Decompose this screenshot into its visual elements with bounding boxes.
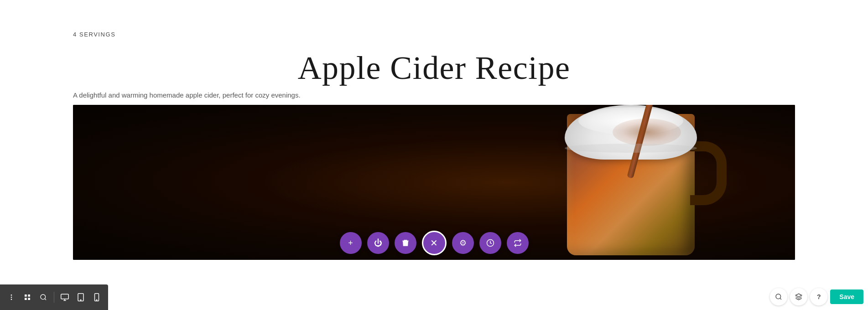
tablet-view-button[interactable] (74, 289, 87, 305)
svg-rect-7 (28, 298, 30, 300)
question-icon: ? (817, 293, 821, 300)
svg-point-17 (776, 294, 781, 299)
grid-icon (24, 294, 31, 301)
toolbar-separator (54, 292, 54, 303)
zoom-search-button[interactable] (770, 288, 787, 305)
bottom-toolbar (0, 284, 108, 310)
svg-line-18 (780, 298, 781, 300)
save-button[interactable]: Save (830, 289, 863, 304)
search-icon (40, 294, 47, 301)
layers-icon (795, 293, 802, 300)
swap-icon (514, 239, 522, 247)
recipe-description: A delightful and warming homemade apple … (73, 91, 301, 99)
main-content: 4 SERVINGS Apple Cider Recipe A delightf… (0, 0, 868, 310)
svg-rect-4 (25, 294, 27, 297)
plus-icon: + (348, 238, 353, 248)
hero-image: + ⏻ ✕ ⚙ (73, 105, 795, 260)
svg-rect-6 (25, 298, 27, 300)
tablet-icon (78, 293, 84, 301)
desktop-view-button[interactable] (58, 289, 71, 305)
svg-rect-10 (61, 294, 68, 299)
svg-rect-5 (28, 294, 30, 297)
page-title: Apple Cider Recipe (0, 49, 868, 87)
zoom-icon (775, 293, 782, 300)
svg-line-9 (45, 299, 46, 300)
close-button[interactable]: ✕ (422, 231, 447, 255)
svg-marker-19 (796, 294, 802, 297)
close-icon: ✕ (430, 238, 438, 248)
svg-point-16 (97, 300, 98, 300)
desktop-icon (61, 294, 69, 301)
more-options-button[interactable] (5, 289, 18, 305)
delete-button[interactable] (395, 232, 416, 254)
swap-button[interactable] (507, 232, 529, 254)
mobile-icon (94, 293, 99, 301)
search-button[interactable] (37, 289, 50, 305)
mobile-view-button[interactable] (90, 289, 104, 305)
grid-view-button[interactable] (21, 289, 34, 305)
help-button[interactable]: ? (810, 288, 827, 305)
svg-point-3 (10, 299, 12, 300)
glass-rim (565, 144, 697, 153)
timer-button[interactable] (479, 232, 501, 254)
power-icon: ⏻ (374, 238, 382, 248)
right-toolbar: ? Save (770, 288, 863, 305)
svg-point-2 (10, 297, 12, 298)
center-toolbar: + ⏻ ✕ ⚙ (340, 231, 529, 260)
svg-point-14 (80, 300, 81, 300)
settings-button[interactable]: ⚙ (452, 232, 474, 254)
svg-point-8 (41, 294, 46, 300)
servings-label: 4 SERVINGS (73, 31, 115, 38)
add-button[interactable]: + (340, 232, 362, 254)
dots-vertical-icon (8, 294, 15, 301)
trash-icon (401, 239, 410, 247)
power-button[interactable]: ⏻ (367, 232, 389, 254)
layers-button[interactable] (790, 288, 807, 305)
gear-icon: ⚙ (459, 238, 467, 248)
svg-point-1 (10, 294, 12, 296)
clock-icon (486, 239, 494, 247)
mug-handle (690, 141, 727, 205)
cinnamon-dust (613, 119, 681, 146)
